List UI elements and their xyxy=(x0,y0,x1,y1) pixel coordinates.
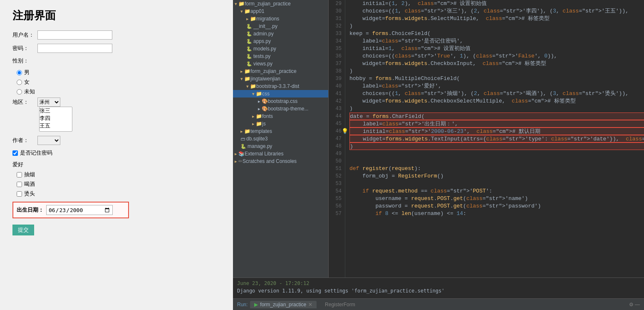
password-row: 密码： xyxy=(12,44,220,53)
tree-init[interactable]: 🐍 __init__.py xyxy=(233,22,328,30)
gender-female[interactable]: 女 xyxy=(17,78,220,86)
hobby-smoking-cb[interactable] xyxy=(17,172,22,178)
author-row: 作者： xyxy=(12,136,220,145)
page-title: 注册界面 xyxy=(12,8,220,23)
remember-checkbox[interactable] xyxy=(12,150,18,156)
register-form-label: RegisterForm xyxy=(325,302,355,308)
tree-css[interactable]: ▾ 📁 css xyxy=(233,90,328,98)
hobby-drinking[interactable]: 喝酒 xyxy=(17,180,220,188)
close-run-tab-icon[interactable]: ✕ xyxy=(308,302,312,308)
code-line-55: username = request.POST.get(class="str">… xyxy=(349,195,644,202)
gender-unknown[interactable]: 未知 xyxy=(17,88,220,95)
district-controls: 涿州 张三 李四 王五 xyxy=(37,98,72,132)
tree-jingtai[interactable]: ▾ 📁 jingtaiwenjian xyxy=(233,75,328,82)
tree-db[interactable]: 🗃 db.sqlite3 xyxy=(233,135,328,142)
code-line-45: label=class="str">'出生日期：', xyxy=(349,120,644,128)
code-line-42: widget=forms.widgets.CheckboxSelectMulti… xyxy=(349,98,644,105)
bottom-bar: Run: ▶ form_zujian_practice ✕ RegisterFo… xyxy=(233,298,644,310)
code-line-57: if 8 <= len(username) <= 14: xyxy=(349,210,644,218)
code-line-54: if request.method == class="str">'POST': xyxy=(349,188,644,195)
code-line-56: password = request.POST.get(class="str">… xyxy=(349,202,644,210)
hobby-section: 爱好 抽烟 喝酒 烫头 xyxy=(12,161,220,198)
code-line-43: ) xyxy=(349,105,644,112)
output-line-2: Django version 1.11.9, using settings 'f… xyxy=(237,287,640,295)
tree-tests[interactable]: 🐍 tests.py xyxy=(233,52,328,60)
run-tab-label: form_zujian_practice xyxy=(260,302,306,308)
tree-bootstrap-css[interactable]: ▸ 🎨 bootstrap.css xyxy=(233,98,328,105)
code-line-41: choices=((1, class="str">'抽烟'), (2, clas… xyxy=(349,90,644,98)
tree-admin[interactable]: 🐍 admin.py xyxy=(233,30,328,38)
code-content[interactable]: initial=(1, 2), class="cm"># 设置初始值 choic… xyxy=(345,0,644,278)
username-row: 用户名： xyxy=(12,30,220,40)
gender-male-radio[interactable] xyxy=(17,70,22,75)
gender-male[interactable]: 男 xyxy=(17,69,220,76)
run-tab[interactable]: ▶ form_zujian_practice ✕ xyxy=(250,301,317,308)
gender-row: 性别： xyxy=(12,57,220,65)
username-input[interactable] xyxy=(37,30,112,40)
date-section: 出生日期： 提交 xyxy=(12,202,220,235)
hobby-drinking-cb[interactable] xyxy=(17,182,22,187)
date-input[interactable] xyxy=(46,205,113,215)
tree-fonts[interactable]: ▸ 📁 fonts xyxy=(233,112,328,120)
code-line-46: 💡 initial=class="str">'2000-06-23', clas… xyxy=(349,128,644,135)
ide-body: ▾ 📁 form_zujian_practice ▾ 📁 app01 ▸ 📁 m… xyxy=(233,0,644,278)
tree-views[interactable]: 🐍 views.py xyxy=(233,60,328,68)
tree-scratches[interactable]: ▸ ✏ Scratches and Consoles xyxy=(233,158,328,165)
tree-migrations[interactable]: ▸ 📁 migrations xyxy=(233,15,328,22)
date-label: 出生日期： xyxy=(17,206,44,214)
gender-label: 性别： xyxy=(12,57,37,65)
tree-root[interactable]: ▾ 📁 form_zujian_practice xyxy=(233,0,328,8)
district-label: 地区： xyxy=(12,98,37,106)
hobby-group: 抽烟 喝酒 烫头 xyxy=(17,171,220,198)
code-line-30: choices=((1, class="str">'张三'), (2, clas… xyxy=(349,8,644,15)
gender-female-radio[interactable] xyxy=(17,80,22,85)
code-line-39: hobby = forms.MultipleChoiceField( xyxy=(349,75,644,82)
tree-form-practice[interactable]: ▸ 📁 form_zujian_practice xyxy=(233,68,328,75)
tree-manage[interactable]: 🐍 manage.py xyxy=(233,142,328,150)
remember-row: 是否记住密码 xyxy=(12,149,220,157)
code-line-49 xyxy=(349,150,644,158)
tree-bootstrap-dist[interactable]: ▾ 📁 bootstrap-3.3.7-dist xyxy=(233,82,328,90)
district-row: 地区： 涿州 张三 李四 王五 xyxy=(12,98,220,132)
run-output: June 23, 2020 - 17:20:12 Django version … xyxy=(233,278,644,298)
code-line-38: ) xyxy=(349,68,644,75)
tree-bootstrap-theme[interactable]: ▸ 🎨 bootstrap-theme... xyxy=(233,105,328,112)
form-panel: 注册界面 用户名： 密码： 性别： 男 女 未知 地区： 涿州 张三 xyxy=(0,0,233,310)
author-label: 作者： xyxy=(12,137,37,144)
tree-models[interactable]: 🐍 models.py xyxy=(233,45,328,52)
date-row: 出生日期： xyxy=(12,202,129,218)
district-select[interactable]: 涿州 xyxy=(37,98,60,107)
code-line-33: keep = forms.ChoiceField( xyxy=(349,30,644,38)
code-line-36: choices=((class="str">'True', 1), (class… xyxy=(349,52,644,60)
code-editor[interactable]: 2930313233343536373839404142434445464748… xyxy=(329,0,644,278)
code-line-52: form_obj = RegisterForm() xyxy=(349,172,644,180)
line-numbers: 2930313233343536373839404142434445464748… xyxy=(329,0,345,278)
ide-panel: ▾ 📁 form_zujian_practice ▾ 📁 app01 ▸ 📁 m… xyxy=(233,0,644,310)
code-line-31: widget=forms.widgets.SelectMultiple, cla… xyxy=(349,15,644,22)
output-line-1: June 23, 2020 - 17:20:12 xyxy=(237,280,640,287)
tree-templates[interactable]: ▸ 📁 templates xyxy=(233,128,328,135)
code-line-34: label=class="str">'是否记住密码', xyxy=(349,38,644,45)
tree-app01[interactable]: ▾ 📁 app01 xyxy=(233,8,328,15)
code-line-53 xyxy=(349,180,644,188)
bulb-icon: 💡 xyxy=(342,128,348,135)
tree-js[interactable]: ▸ 📁 js xyxy=(233,120,328,128)
hobby-smoking[interactable]: 抽烟 xyxy=(17,171,220,178)
tree-apps[interactable]: 🐍 apps.py xyxy=(233,38,328,45)
gear-icon[interactable]: ⚙ — xyxy=(629,302,640,308)
district-list[interactable]: 张三 李四 王五 xyxy=(39,107,72,132)
code-line-51: def register(request): xyxy=(349,165,644,172)
submit-button[interactable]: 提交 xyxy=(12,225,34,235)
remember-label: 是否记住密码 xyxy=(20,149,52,157)
code-line-32: ) xyxy=(349,22,644,30)
hobby-label: 爱好 xyxy=(12,161,220,168)
password-input[interactable] xyxy=(37,44,112,53)
tree-ext-libs[interactable]: ▸ 📚 External Libraries xyxy=(233,150,328,158)
author-select[interactable] xyxy=(37,136,60,145)
hobby-perm-cb[interactable] xyxy=(17,191,22,197)
run-icon: ▶ xyxy=(254,302,258,308)
hobby-perm[interactable]: 烫头 xyxy=(17,190,220,198)
gender-unknown-radio[interactable] xyxy=(17,89,22,95)
file-tree[interactable]: ▾ 📁 form_zujian_practice ▾ 📁 app01 ▸ 📁 m… xyxy=(233,0,329,278)
code-line-40: label=class="str">'爱好', xyxy=(349,82,644,90)
